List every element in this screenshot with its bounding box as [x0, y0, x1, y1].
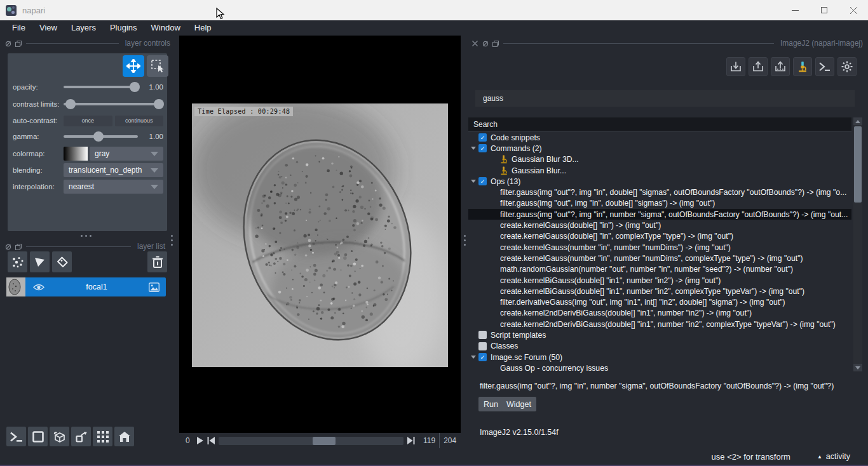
menu-layers[interactable]: Layers	[64, 20, 103, 36]
auto-contrast-once-button[interactable]: once	[64, 116, 112, 126]
settings-button[interactable]	[837, 57, 857, 76]
frame-slider-track[interactable]	[219, 437, 403, 445]
tree-op-result[interactable]: create.kernelBiGauss(double[] "in1", num…	[468, 275, 851, 286]
layer-row-focal1[interactable]: focal1	[25, 277, 166, 296]
tree-command[interactable]: Gaussian Blur...	[468, 165, 851, 176]
toggle-ndisplay-button[interactable]	[28, 427, 48, 446]
scrollbar-thumb[interactable]	[854, 126, 862, 203]
splitter-handle-left[interactable]	[171, 235, 173, 246]
import-from-imagej-button[interactable]	[726, 57, 745, 76]
transform-button[interactable]	[147, 55, 168, 77]
frame-slider-bar: 0 119 204	[179, 433, 461, 448]
maximize-button[interactable]	[810, 0, 839, 20]
imagej-gui-button[interactable]	[793, 57, 812, 76]
dock-resize-handle[interactable]	[81, 235, 92, 237]
category-checkbox[interactable]	[478, 331, 487, 339]
new-labels-layer-button[interactable]	[52, 251, 72, 272]
new-shapes-layer-button[interactable]	[30, 251, 50, 272]
script-repl-button[interactable]	[815, 57, 834, 76]
gamma-slider[interactable]	[64, 135, 138, 138]
tree-op-result[interactable]: create.kernelGauss(double[] "in") -> (im…	[468, 220, 851, 230]
menu-help[interactable]: Help	[187, 20, 219, 36]
contrast-low-handle[interactable]	[65, 99, 76, 109]
tree-category[interactable]: ✓Image.sc Forum (50)	[468, 352, 851, 363]
activity-button[interactable]: ▲ activity	[817, 452, 850, 461]
chevron-down-icon[interactable]	[468, 356, 478, 359]
tree-forum-result[interactable]: Gauss Op - concurrency issues	[468, 363, 851, 373]
contrast-limits-slider[interactable]	[64, 103, 161, 105]
play-button[interactable]	[196, 437, 203, 444]
viewer-canvas[interactable]: Time Elapsed : 00:29:48	[179, 36, 461, 433]
tree-op-result[interactable]: create.kernelGauss(double[] "in", comple…	[468, 231, 851, 242]
search-input[interactable]	[475, 90, 855, 107]
visibility-eye-icon[interactable]	[33, 283, 44, 291]
run-button[interactable]: Run	[478, 397, 503, 411]
tree-op-result[interactable]: filter.gauss(img "out"?, img "in", numbe…	[468, 209, 851, 220]
menu-plugins[interactable]: Plugins	[103, 20, 144, 36]
close-dock-icon[interactable]	[472, 41, 478, 46]
tree-op-result[interactable]: create.kernelBiGauss(double[] "in1", num…	[468, 286, 851, 296]
interpolation-label: interpolation:	[13, 183, 64, 190]
home-button[interactable]	[114, 427, 134, 446]
grid-view-button[interactable]	[93, 427, 112, 446]
export-advanced-button[interactable]	[771, 57, 790, 76]
tree-op-result[interactable]: filter.gauss(img "out", img "in", double…	[468, 198, 851, 209]
menu-view[interactable]: View	[32, 20, 64, 36]
auto-contrast-continuous-button[interactable]: continuous	[115, 116, 164, 126]
hide-dock-icon[interactable]	[482, 41, 488, 46]
colormap-select[interactable]: gray	[90, 147, 163, 161]
blending-select[interactable]: translucent_no_depth	[64, 163, 163, 177]
widget-button[interactable]: Widget	[501, 397, 536, 411]
new-points-layer-button[interactable]	[8, 251, 27, 272]
chevron-down-icon	[151, 185, 158, 189]
tree-op-result[interactable]: create.kernel2ndDerivBiGauss(double[] "i…	[468, 319, 851, 330]
float-dock-icon[interactable]	[15, 41, 21, 46]
tree-command[interactable]: Gaussian Blur 3D...	[468, 154, 851, 165]
float-dock-icon[interactable]	[15, 244, 21, 250]
opacity-slider-handle[interactable]	[130, 82, 140, 92]
splitter-handle-right[interactable]	[464, 235, 466, 246]
delete-layer-button[interactable]	[147, 251, 167, 272]
interpolation-select[interactable]: nearest	[64, 180, 163, 194]
menu-window[interactable]: Window	[144, 20, 187, 36]
tree-category[interactable]: ✓Ops (13)	[468, 176, 851, 187]
tree-category[interactable]: Classes	[468, 341, 851, 352]
result-label: create.kernelBiGauss(double[] "in1", num…	[500, 276, 721, 285]
menu-file[interactable]: File	[5, 20, 32, 36]
tree-op-result[interactable]: create.kernel2ndDerivBiGauss(double[] "i…	[468, 308, 851, 319]
first-frame-button[interactable]	[207, 437, 215, 444]
category-checkbox[interactable]	[478, 342, 487, 350]
console-button[interactable]	[6, 427, 26, 446]
last-frame-button[interactable]	[407, 437, 415, 444]
frame-slider-handle[interactable]	[313, 437, 336, 445]
category-checkbox[interactable]: ✓	[478, 144, 487, 152]
contrast-high-handle[interactable]	[154, 99, 164, 109]
tree-op-result[interactable]: math.randomGaussian(number "out", number…	[468, 264, 851, 275]
minimize-button[interactable]	[780, 0, 810, 20]
opacity-slider[interactable]	[64, 86, 138, 88]
tree-op-result[interactable]: filter.derivativeGauss(img "out", img "i…	[468, 296, 851, 307]
roll-dims-button[interactable]	[50, 427, 69, 446]
tree-op-result[interactable]: filter.gauss(img "out"?, img "in", doubl…	[468, 187, 851, 197]
close-button[interactable]	[839, 0, 868, 20]
tree-category[interactable]: Script templates	[468, 330, 851, 340]
hide-dock-icon[interactable]	[5, 41, 11, 46]
category-checkbox[interactable]: ✓	[478, 353, 487, 361]
scroll-down-arrow[interactable]	[853, 364, 862, 371]
tree-op-result[interactable]: create.kernelGauss(number "in", number "…	[468, 242, 851, 253]
tree-category[interactable]: ✓Commands (2)	[468, 143, 851, 154]
tree-category[interactable]: ✓Code snippets	[468, 132, 851, 143]
transpose-dims-button[interactable]	[71, 427, 91, 446]
pan-zoom-button[interactable]	[123, 55, 144, 77]
scroll-up-arrow[interactable]	[853, 117, 862, 125]
results-scrollbar[interactable]	[853, 117, 862, 371]
chevron-down-icon[interactable]	[468, 180, 478, 183]
export-to-imagej-button[interactable]	[749, 57, 768, 76]
tree-op-result[interactable]: create.kernelGauss(number "in", number "…	[468, 253, 851, 263]
float-dock-icon[interactable]	[492, 41, 498, 46]
category-checkbox[interactable]: ✓	[478, 177, 487, 185]
category-checkbox[interactable]: ✓	[478, 133, 487, 142]
hide-dock-icon[interactable]	[5, 244, 11, 250]
chevron-down-icon[interactable]	[468, 147, 478, 150]
gamma-slider-handle[interactable]	[93, 131, 104, 142]
